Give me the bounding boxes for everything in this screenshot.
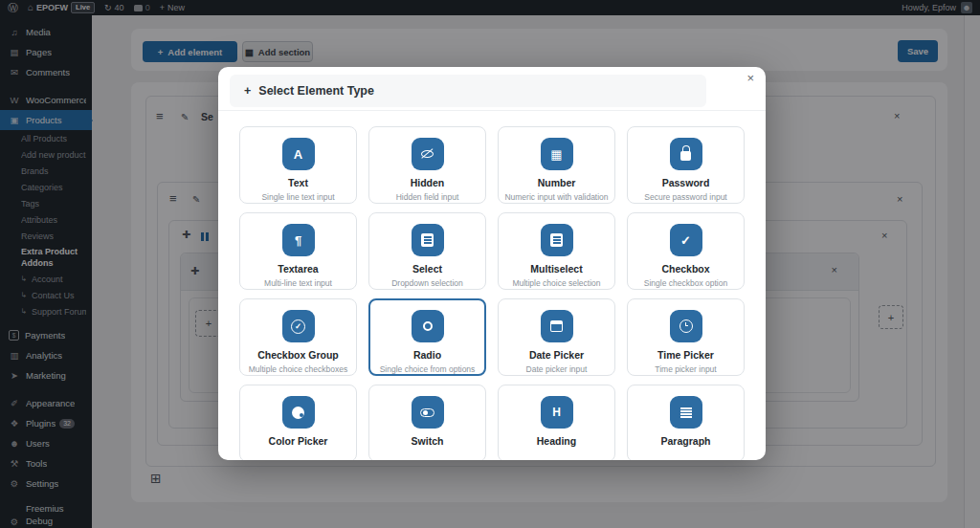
element-type-description: Numeric input with validation xyxy=(504,193,608,202)
element-type-description: Single line text input xyxy=(261,193,334,202)
element-type-name: Checkbox Group xyxy=(257,350,339,362)
element-icon xyxy=(412,224,444,256)
element-type-description: Hidden field input xyxy=(396,193,459,202)
element-icon-tile xyxy=(670,310,702,342)
element-type-name: Hidden xyxy=(411,178,445,189)
element-type-card[interactable]: Heading xyxy=(498,385,615,460)
element-type-description: Single checkbox option xyxy=(644,279,727,288)
element-type-card[interactable]: Select Dropdown selection xyxy=(368,212,486,290)
element-type-card[interactable]: Password Secure password input xyxy=(627,126,745,204)
element-type-name: Number xyxy=(538,178,576,189)
element-icon-tile xyxy=(670,224,702,256)
element-type-card[interactable]: Time Picker Time picker input xyxy=(627,298,745,376)
element-icon-tile xyxy=(670,138,702,170)
element-type-name: Paragraph xyxy=(661,436,711,448)
element-icon-tile xyxy=(412,138,444,170)
element-type-name: Time Picker xyxy=(657,350,714,362)
element-icon-tile xyxy=(541,396,573,429)
element-icon-tile xyxy=(412,310,444,342)
element-type-name: Heading xyxy=(537,436,576,448)
element-icon xyxy=(670,396,702,429)
modal-title: + Select Element Type xyxy=(244,84,374,98)
element-icon-tile xyxy=(412,224,444,256)
element-icon-tile xyxy=(412,396,444,429)
element-icon xyxy=(282,138,315,170)
element-type-card[interactable]: Text Single line text input xyxy=(239,126,357,204)
element-icon-tile xyxy=(541,138,573,170)
element-type-description: Secure password input xyxy=(644,193,726,202)
element-type-name: Checkbox xyxy=(661,264,709,275)
modal-header-zone: + Select Element Type × xyxy=(218,67,766,111)
element-icon-tile xyxy=(670,396,702,429)
element-icon xyxy=(541,310,573,342)
close-icon[interactable]: × xyxy=(746,72,754,84)
element-type-grid: Text Single line text input Hidden Hidde… xyxy=(218,111,766,460)
element-type-card[interactable]: Checkbox Single checkbox option xyxy=(627,212,745,290)
element-type-name: Password xyxy=(662,178,710,189)
element-type-description: Dropdown selection xyxy=(391,279,463,288)
modal-header: + Select Element Type xyxy=(230,75,706,107)
element-icon xyxy=(670,138,702,170)
element-icon xyxy=(282,396,315,429)
modal-title-text: Select Element Type xyxy=(258,84,374,98)
element-type-name: Select xyxy=(412,264,442,275)
element-icon xyxy=(282,224,315,256)
element-type-card[interactable]: Color Picker xyxy=(239,385,357,460)
element-type-card[interactable]: Radio Single choice from options xyxy=(368,298,486,376)
element-icon xyxy=(412,138,444,170)
element-icon-tile xyxy=(282,138,315,170)
element-icon-tile xyxy=(282,396,315,429)
element-type-card[interactable]: Date Picker Date picker input xyxy=(498,298,615,376)
element-icon xyxy=(670,310,702,342)
select-element-type-modal: + Select Element Type × Text Single line… xyxy=(218,67,766,460)
element-icon xyxy=(541,138,573,170)
element-type-description: Date picker input xyxy=(526,365,588,374)
element-icon-tile xyxy=(541,224,573,256)
element-type-description: Single choice from options xyxy=(380,365,476,374)
element-type-description: Time picker input xyxy=(655,365,716,374)
element-type-name: Multiselect xyxy=(530,264,582,275)
element-type-name: Date Picker xyxy=(529,350,584,362)
element-icon xyxy=(412,396,444,429)
element-type-name: Text xyxy=(288,178,308,189)
element-type-card[interactable]: Checkbox Group Multiple choice checkboxe… xyxy=(239,298,357,376)
element-type-card[interactable]: Hidden Hidden field input xyxy=(368,126,486,204)
element-icon xyxy=(541,396,573,429)
element-type-card[interactable]: Multiselect Multiple choice selection xyxy=(498,212,615,290)
element-type-card[interactable]: Number Numeric input with validation xyxy=(498,126,615,204)
plus-icon: + xyxy=(244,84,251,98)
element-icon-tile xyxy=(282,310,315,342)
element-icon-tile xyxy=(282,224,315,256)
element-type-card[interactable]: Switch xyxy=(368,385,486,460)
element-icon xyxy=(282,310,315,342)
element-type-name: Color Picker xyxy=(269,436,328,448)
element-type-name: Switch xyxy=(412,436,444,448)
element-icon xyxy=(670,224,702,256)
element-type-description: Multiple choice selection xyxy=(512,279,600,288)
element-type-card[interactable]: Textarea Multi-line text input xyxy=(239,212,357,290)
element-icon xyxy=(412,310,444,342)
element-type-name: Radio xyxy=(413,350,441,362)
element-type-name: Textarea xyxy=(278,264,318,275)
element-icon xyxy=(541,224,573,256)
element-type-card[interactable]: Paragraph xyxy=(627,385,745,460)
element-type-description: Multiple choice checkboxes xyxy=(249,365,347,374)
element-type-description: Multi-line text input xyxy=(264,279,332,288)
element-icon-tile xyxy=(541,310,573,342)
